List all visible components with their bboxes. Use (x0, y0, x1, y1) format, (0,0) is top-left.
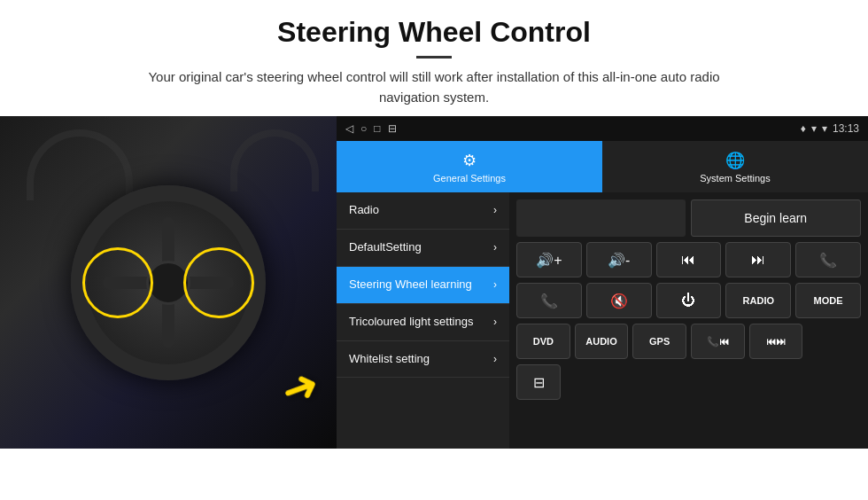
mute-button[interactable]: 🔇 (586, 283, 652, 318)
menu-item-whitelist[interactable]: Whitelist setting › (337, 341, 509, 379)
steering-wheel (71, 185, 266, 380)
menu-item-steering[interactable]: Steering Wheel learning › (337, 267, 509, 304)
tab-general-label: General Settings (433, 173, 506, 184)
panel-row-1: Begin learn (516, 199, 861, 237)
status-bar: ◁ ○ □ ⊟ ♦ ▾ ▾ 13:13 (337, 116, 868, 141)
chevron-right-icon: › (493, 241, 497, 254)
location-icon: ♦ (801, 122, 806, 135)
wifi-icon: ▾ (811, 122, 817, 135)
prev-next-button[interactable]: ⏮⏭ (749, 324, 803, 359)
circle-right (183, 247, 254, 318)
radio-button[interactable]: RADIO (725, 283, 791, 318)
home-icon: ○ (360, 122, 367, 135)
call-icon: 📞 (540, 293, 558, 309)
content-area: ➜ ◁ ○ □ ⊟ ♦ ▾ ▾ 13:13 ⚙ General Settings (0, 116, 868, 449)
mute-icon: 🔇 (610, 293, 628, 309)
gps-button[interactable]: GPS (632, 324, 686, 359)
phone-prev-button[interactable]: 📞⏮ (691, 324, 745, 359)
globe-icon: 🌐 (725, 151, 745, 170)
vol-down-icon: 🔊- (608, 252, 630, 269)
menu-item-default-label: DefaultSetting (349, 240, 422, 255)
menu-item-whitelist-label: Whitelist setting (349, 352, 430, 367)
signal-icon: ▾ (822, 122, 827, 135)
clock: 13:13 (833, 122, 859, 135)
tab-system-settings[interactable]: 🌐 System Settings (602, 141, 868, 192)
back-icon: ◁ (345, 122, 353, 135)
chevron-right-icon: › (493, 278, 497, 291)
head-unit: ◁ ○ □ ⊟ ♦ ▾ ▾ 13:13 ⚙ General Settings 🌐… (337, 116, 868, 449)
menu-item-radio[interactable]: Radio › (337, 192, 509, 230)
phone-pick-icon: 📞 (819, 252, 837, 269)
radio-label: RADIO (743, 295, 774, 306)
controls-row-5: ⊟ (516, 364, 861, 400)
screenshot-button[interactable]: ⊟ (516, 364, 561, 400)
menu-item-default[interactable]: DefaultSetting › (337, 230, 509, 267)
chevron-right-icon: › (493, 316, 497, 328)
tab-system-label: System Settings (700, 173, 770, 184)
controls-row-3: 📞 🔇 ⏻ RADIO MODE (516, 283, 861, 318)
dvd-button[interactable]: DVD (516, 324, 570, 359)
mode-button[interactable]: MODE (795, 283, 861, 318)
chevron-right-icon: › (493, 204, 497, 216)
prev-track-icon: ⏮ (681, 252, 695, 268)
audio-label: AUDIO (585, 336, 616, 347)
vol-up-icon: 🔊+ (536, 252, 562, 269)
chevron-right-icon: › (493, 353, 497, 365)
audio-button[interactable]: AUDIO (575, 324, 629, 359)
gps-label: GPS (649, 336, 670, 347)
power-button[interactable]: ⏻ (656, 283, 722, 318)
right-panel: Begin learn 🔊+ 🔊- ⏮ ⏭ (509, 192, 868, 449)
begin-learn-button[interactable]: Begin learn (691, 199, 862, 237)
dvd-label: DVD (533, 336, 554, 347)
prev-track-button[interactable]: ⏮ (656, 242, 722, 277)
power-icon: ⏻ (681, 293, 695, 309)
phone-pick-button[interactable]: 📞 (795, 242, 861, 277)
controls-row-4: DVD AUDIO GPS 📞⏮ ⏮⏭ (516, 324, 861, 359)
menu-icon: ⊟ (388, 122, 397, 135)
menu-item-steering-label: Steering Wheel learning (349, 277, 472, 293)
next-track-icon: ⏭ (751, 252, 765, 268)
page-header: Steering Wheel Control Your original car… (0, 0, 868, 116)
car-image: ➜ (0, 116, 337, 449)
main-content: Radio › DefaultSetting › Steering Wheel … (337, 192, 868, 449)
dash-gauge-left (27, 129, 133, 200)
dash-gauge-right (230, 129, 319, 191)
controls-row-2: 🔊+ 🔊- ⏮ ⏭ 📞 (516, 242, 861, 277)
title-divider (416, 56, 452, 59)
mode-label: MODE (814, 295, 843, 306)
tab-bar: ⚙ General Settings 🌐 System Settings (337, 141, 868, 192)
call-button[interactable]: 📞 (516, 283, 582, 318)
page-title: Steering Wheel Control (53, 16, 815, 49)
vol-down-button[interactable]: 🔊- (586, 242, 652, 277)
status-left-icons: ◁ ○ □ ⊟ (345, 122, 397, 135)
screenshot-icon: ⊟ (533, 374, 545, 391)
begin-learn-label: Begin learn (744, 211, 807, 225)
next-track-button[interactable]: ⏭ (725, 242, 791, 277)
page-subtitle: Your original car's steering wheel contr… (124, 67, 744, 107)
menu-item-radio-label: Radio (349, 203, 379, 218)
status-right: ♦ ▾ ▾ 13:13 (801, 122, 859, 135)
vol-up-button[interactable]: 🔊+ (516, 242, 582, 277)
recents-icon: □ (374, 122, 380, 135)
gear-icon: ⚙ (462, 151, 477, 170)
left-menu: Radio › DefaultSetting › Steering Wheel … (337, 192, 509, 449)
prev-next-icon: ⏮⏭ (766, 336, 786, 347)
phone-prev-icon: 📞⏮ (707, 336, 729, 348)
circle-left (82, 247, 153, 318)
menu-item-tricoloured-label: Tricoloured light settings (349, 315, 473, 330)
radio-display-box (516, 199, 686, 237)
tab-general-settings[interactable]: ⚙ General Settings (337, 141, 602, 192)
menu-item-tricoloured[interactable]: Tricoloured light settings › (337, 304, 509, 341)
